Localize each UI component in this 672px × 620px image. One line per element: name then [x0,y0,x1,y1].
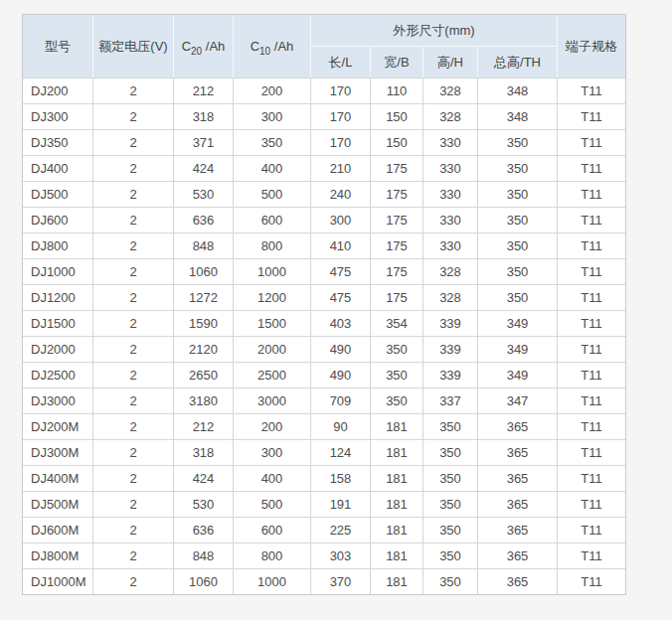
table-cell: 424 [174,465,234,491]
table-row: DJ5002530500240175330350T11 [23,181,625,207]
table-cell: 365 [478,517,558,542]
table-cell: 2 [93,310,174,336]
table-cell: 350 [423,542,478,568]
table-cell: 600 [234,517,311,542]
table-cell: 350 [371,336,423,362]
table-cell: 400 [234,465,311,491]
model-cell: DJ2000 [23,336,93,362]
table-cell: 2 [93,362,174,388]
model-cell: DJ600M [23,517,93,542]
table-cell: 365 [478,439,558,465]
table-cell: 349 [478,362,558,388]
table-cell: 191 [311,491,371,517]
model-cell: DJ500M [23,491,93,517]
table-cell: T11 [558,568,625,594]
table-cell: 1590 [174,310,234,336]
c20-unit: /Ah [202,39,225,54]
table-cell: T11 [558,181,625,207]
table-cell: 300 [311,207,371,232]
table-cell: 175 [371,181,423,207]
col-header-terminal: 端子规格 [558,15,625,78]
table-cell: 1200 [234,284,311,310]
model-cell: DJ600 [23,207,93,232]
table-cell: 225 [311,517,371,542]
table-cell: T11 [558,284,625,310]
table-cell: 636 [174,517,234,542]
table-cell: 365 [478,465,558,491]
table-cell: 328 [423,103,478,129]
table-cell: 848 [174,542,234,568]
table-row: DJ1500215901500403354339349T11 [23,310,625,336]
c10-unit: /Ah [270,39,293,54]
table-row: DJ1000M210601000370181350365T11 [23,568,625,594]
table-cell: 530 [174,491,234,517]
table-cell: T11 [558,465,625,491]
table-cell: 2 [93,232,174,258]
table-cell: 350 [478,129,558,155]
table-cell: 800 [234,232,311,258]
table-cell: 348 [478,103,558,129]
table-cell: 403 [311,310,371,336]
model-cell: DJ3000 [23,388,93,413]
table-cell: 303 [311,542,371,568]
table-cell: T11 [558,388,625,413]
table-cell: 330 [423,155,478,181]
table-cell: T11 [558,78,625,103]
table-cell: 350 [478,284,558,310]
table-row: DJ200M221220090181350365T11 [23,413,625,439]
table-row: DJ3000231803000709350337347T11 [23,388,625,413]
table-cell: 181 [371,465,423,491]
model-cell: DJ300M [23,439,93,465]
table-cell: 350 [371,362,423,388]
model-cell: DJ200M [23,413,93,439]
table-cell: 330 [423,207,478,232]
table-cell: 848 [174,232,234,258]
table-cell: 800 [234,542,311,568]
table-cell: 212 [174,413,234,439]
table-cell: T11 [558,336,625,362]
table-cell: 2 [93,388,174,413]
col-header-c20: C20 /Ah [174,15,234,78]
table-cell: 318 [174,439,234,465]
c10-subscript: 10 [259,46,270,57]
table-cell: 2 [93,413,174,439]
table-cell: 339 [423,310,478,336]
table-cell: 175 [371,232,423,258]
table-cell: T11 [558,129,625,155]
table-cell: 348 [478,78,558,103]
table-cell: 170 [311,129,371,155]
table-cell: 1000 [234,258,311,284]
table-cell: 2 [93,284,174,310]
table-cell: 2 [93,78,174,103]
table-cell: 90 [311,413,371,439]
table-cell: 181 [371,568,423,594]
table-cell: 490 [311,336,371,362]
model-cell: DJ1000M [23,568,93,594]
table-row: DJ3502371350170150330350T11 [23,129,625,155]
model-cell: DJ400M [23,465,93,491]
table-cell: 600 [234,207,311,232]
table-cell: 365 [478,491,558,517]
table-cell: 1000 [234,568,311,594]
table-cell: 181 [371,517,423,542]
table-cell: 350 [371,388,423,413]
table-row: DJ1000210601000475175328350T11 [23,258,625,284]
table-cell: T11 [558,310,625,336]
col-header-c10: C10 /Ah [234,15,311,78]
table-cell: 1060 [174,568,234,594]
table-cell: 2 [93,103,174,129]
col-header-length: 长/L [311,47,371,78]
table-body: DJ2002212200170110328348T11DJ30023183001… [23,78,625,594]
model-cell: DJ1500 [23,310,93,336]
table-cell: 350 [478,258,558,284]
table-cell: 500 [234,491,311,517]
table-cell: 365 [478,413,558,439]
table-cell: 339 [423,362,478,388]
table-cell: 530 [174,181,234,207]
table-cell: 2 [93,181,174,207]
table-cell: 424 [174,155,234,181]
table-cell: 328 [423,258,478,284]
table-cell: 200 [234,413,311,439]
table-cell: 2 [93,568,174,594]
table-cell: 490 [311,362,371,388]
